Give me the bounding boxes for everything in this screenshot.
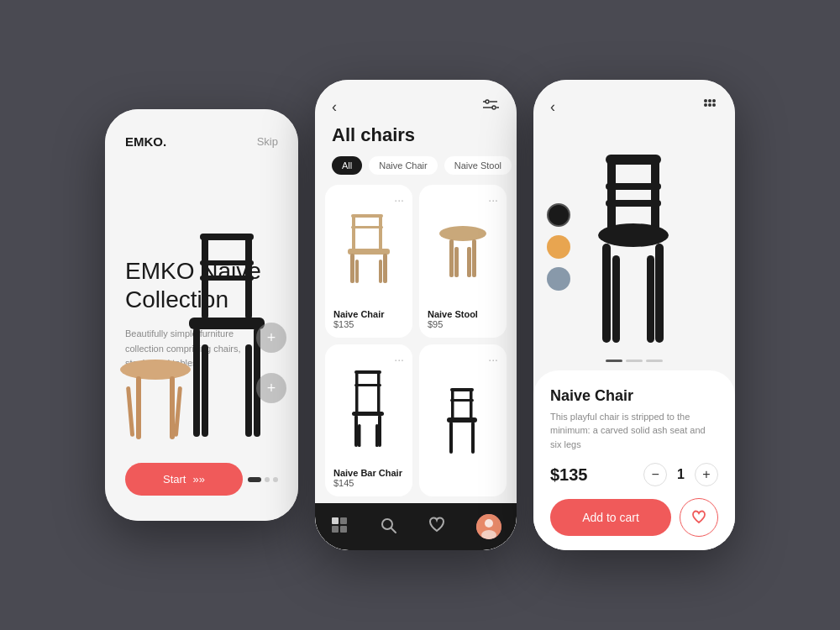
increase-qty-button[interactable]: + [695, 463, 718, 486]
svg-rect-23 [351, 214, 383, 218]
svg-rect-5 [189, 318, 265, 329]
start-button[interactable]: Start »» [125, 463, 243, 496]
nav-avatar[interactable] [476, 514, 501, 539]
svg-rect-54 [340, 526, 347, 533]
back-button[interactable]: ‹ [332, 98, 337, 116]
nav-home-icon[interactable] [330, 516, 349, 538]
svg-rect-33 [454, 247, 459, 277]
svg-rect-21 [352, 215, 355, 250]
svg-rect-42 [358, 424, 361, 447]
svg-rect-25 [348, 249, 390, 255]
svg-rect-40 [354, 415, 358, 447]
page-title: All chairs [315, 124, 517, 156]
svg-rect-67 [651, 156, 659, 232]
svg-rect-47 [450, 399, 474, 402]
svg-rect-28 [355, 260, 359, 283]
product-card-extra[interactable]: ··· [419, 344, 507, 497]
svg-rect-45 [470, 389, 473, 419]
svg-rect-24 [351, 226, 383, 228]
svg-rect-2 [200, 234, 254, 240]
product-image-extra [428, 353, 498, 489]
stool-price: $95 [428, 319, 498, 329]
svg-point-18 [492, 106, 496, 109]
swatch-gray[interactable] [547, 267, 570, 291]
svg-rect-51 [332, 517, 339, 524]
color-swatches [547, 203, 570, 291]
detail-grid-icon[interactable] [701, 97, 718, 117]
svg-rect-12 [170, 376, 175, 439]
svg-point-71 [598, 223, 669, 247]
phone-detail: ‹ [533, 80, 735, 550]
svg-rect-53 [332, 526, 339, 533]
svg-rect-8 [202, 344, 208, 437]
nav-heart-icon[interactable] [428, 516, 446, 538]
chair-price: $135 [333, 319, 404, 329]
cat-naive-chair[interactable]: Naive Chair [369, 156, 437, 175]
svg-rect-50 [471, 422, 475, 454]
svg-rect-3 [200, 260, 254, 265]
card-menu-icon-4[interactable]: ··· [488, 353, 498, 366]
swatch-amber[interactable] [547, 235, 570, 259]
product-grid: ··· Nai [315, 185, 517, 496]
product-card-stool[interactable]: ··· Naive Stool $95 [419, 185, 507, 338]
svg-rect-38 [354, 384, 381, 386]
svg-line-56 [391, 528, 396, 533]
decrease-qty-button[interactable]: − [643, 463, 667, 486]
svg-rect-4 [200, 276, 254, 281]
card-menu-icon-2[interactable]: ··· [488, 193, 498, 207]
price-quantity-row: $135 − 1 + [550, 463, 718, 486]
svg-rect-74 [612, 255, 620, 343]
svg-rect-29 [379, 260, 382, 283]
cat-naive-stool[interactable]: Naive Stool [444, 156, 512, 175]
quantity-display: 1 [677, 467, 685, 482]
add-button-1[interactable]: + [256, 323, 286, 353]
svg-rect-27 [383, 254, 387, 283]
detail-product-desc: This playful chair is stripped to the mi… [550, 410, 718, 452]
add-to-cart-row: Add to cart [550, 498, 718, 537]
svg-rect-43 [375, 424, 379, 447]
svg-rect-41 [378, 415, 381, 447]
svg-rect-22 [379, 215, 382, 250]
watermark: ©TOOOPEN.com [665, 535, 725, 543]
svg-rect-36 [377, 372, 381, 414]
svg-rect-32 [472, 239, 476, 277]
stool-name: Naive Stool [428, 309, 498, 319]
bar-name: Naive Bar Chair [333, 468, 404, 478]
cat-all[interactable]: All [332, 156, 362, 175]
filter-icon[interactable] [483, 97, 500, 118]
svg-rect-11 [136, 376, 141, 439]
detail-product-name: Naive Chair [550, 387, 718, 405]
svg-rect-46 [450, 388, 474, 391]
product-card-chair[interactable]: ··· Nai [325, 185, 412, 338]
product-card-bar[interactable]: ··· Nai [325, 344, 412, 497]
product-image-bar [333, 353, 404, 464]
card-menu-icon-3[interactable]: ··· [394, 353, 404, 366]
quantity-control: − 1 + [643, 463, 718, 486]
product-hero-area [533, 123, 735, 370]
svg-rect-6 [193, 328, 200, 437]
svg-point-64 [708, 103, 711, 107]
svg-point-65 [712, 103, 716, 107]
detail-chair-svg [550, 146, 718, 348]
wishlist-button[interactable] [680, 498, 718, 537]
svg-rect-72 [602, 244, 611, 343]
svg-rect-13 [126, 386, 134, 437]
detail-back-button[interactable]: ‹ [550, 98, 555, 116]
svg-point-15 [486, 100, 489, 103]
svg-point-60 [704, 99, 707, 102]
chair-name: Naive Chair [333, 309, 404, 319]
svg-rect-66 [607, 156, 616, 232]
svg-rect-35 [355, 372, 359, 414]
swatch-black[interactable] [547, 203, 570, 227]
nav-search-icon[interactable] [379, 516, 397, 538]
svg-rect-49 [449, 422, 453, 454]
svg-rect-69 [606, 183, 661, 190]
add-to-cart-button[interactable]: Add to cart [550, 499, 671, 536]
card-menu-icon[interactable]: ··· [394, 193, 404, 207]
svg-rect-34 [467, 247, 471, 277]
skip-button[interactable]: Skip [257, 135, 278, 148]
phone-splash: EMKO. Skip EMKO Naive Collection Beautif… [105, 109, 298, 521]
svg-point-58 [485, 519, 493, 528]
svg-rect-14 [174, 386, 182, 437]
add-button-2[interactable]: + [256, 373, 286, 403]
